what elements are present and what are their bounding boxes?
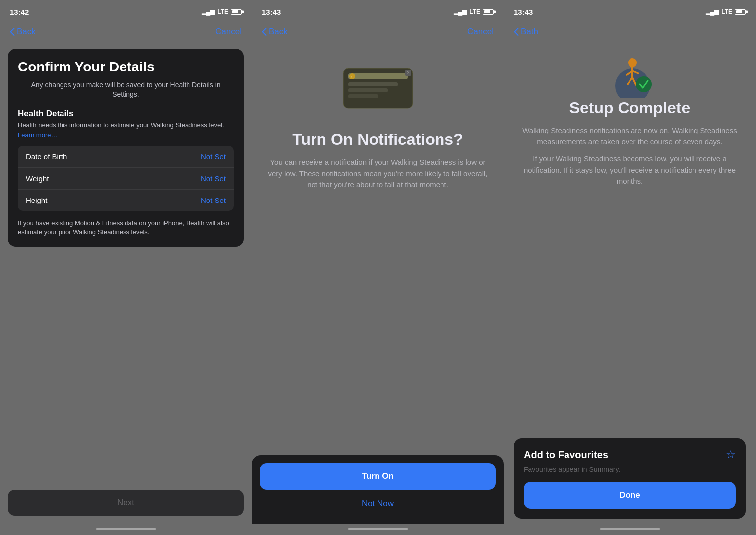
screen2-content: ! × Turn On Notifications? You can recei… xyxy=(252,44,504,455)
nav-bar-1: Back Cancel xyxy=(0,22,252,44)
svg-text:!: ! xyxy=(351,75,352,79)
dob-label: Date of Birth xyxy=(26,152,67,161)
svg-point-16 xyxy=(636,76,652,92)
learn-more-link[interactable]: Learn more… xyxy=(18,132,234,139)
health-details-heading: Health Details xyxy=(18,109,234,119)
home-indicator-3 xyxy=(600,528,660,530)
time-3: 13:43 xyxy=(514,8,533,16)
star-icon[interactable]: ☆ xyxy=(726,448,736,461)
back-button-1[interactable]: Back xyxy=(10,27,36,37)
walking-illustration xyxy=(605,49,655,98)
confirm-subtitle: Any changes you make will be saved to yo… xyxy=(18,80,234,100)
time-2: 13:43 xyxy=(262,8,281,16)
cancel-button-1[interactable]: Cancel xyxy=(215,27,242,37)
back-button-3[interactable]: Bath xyxy=(514,27,538,37)
time-1: 13:42 xyxy=(10,8,29,16)
back-button-2[interactable]: Back xyxy=(262,27,288,37)
battery-icon-3 xyxy=(735,9,746,15)
home-indicator-2 xyxy=(348,528,408,530)
screen-2: 13:43 ▂▄▆ LTE Back Cancel ! × Turn On No… xyxy=(252,0,504,535)
footer-note: If you have existing Motion & Fitness da… xyxy=(18,219,234,237)
turn-on-button[interactable]: Turn On xyxy=(260,463,496,490)
screen1-content: Confirm Your Details Any changes you mak… xyxy=(0,44,252,482)
notification-screen-title: Turn On Notifications? xyxy=(292,130,463,149)
notification-body: You can receive a notification if your W… xyxy=(262,157,494,191)
battery-icon-2 xyxy=(483,9,494,15)
weight-row[interactable]: Weight Not Set xyxy=(18,168,234,190)
status-bar-2: 13:43 ▂▄▆ LTE xyxy=(252,0,504,22)
notification-bottom-actions: Turn On Not Now xyxy=(252,455,504,524)
lte-label-2: LTE xyxy=(469,8,480,15)
status-bar-3: 13:43 ▂▄▆ LTE xyxy=(504,0,756,22)
svg-rect-4 xyxy=(348,94,378,98)
svg-rect-1 xyxy=(348,73,408,79)
dob-value: Not Set xyxy=(201,152,226,161)
health-desc: Health needs this information to estimat… xyxy=(18,121,234,130)
notification-illustration: ! × xyxy=(333,59,423,118)
weight-value: Not Set xyxy=(201,174,226,183)
screen3-content: Setup Complete Walking Steadiness notifi… xyxy=(504,44,756,524)
weight-label: Weight xyxy=(26,174,49,183)
nav-bar-3: Bath xyxy=(504,22,756,44)
svg-text:×: × xyxy=(407,70,410,75)
height-label: Height xyxy=(26,196,47,204)
height-row[interactable]: Height Not Set xyxy=(18,190,234,211)
signal-icon-2: ▂▄▆ xyxy=(454,8,467,15)
home-indicator-1 xyxy=(96,528,156,530)
nav-bar-2: Back Cancel xyxy=(252,22,504,44)
fav-header: Add to Favourites ☆ xyxy=(524,448,736,461)
next-button[interactable]: Next xyxy=(8,490,244,516)
status-icons-2: ▂▄▆ LTE xyxy=(454,8,494,15)
lte-label-1: LTE xyxy=(217,8,228,15)
back-label-2: Back xyxy=(269,27,288,37)
setup-body-1: Walking Steadiness notifications are now… xyxy=(514,125,746,147)
setup-complete-title: Setup Complete xyxy=(569,98,691,117)
dob-row[interactable]: Date of Birth Not Set xyxy=(18,146,234,168)
details-table: Date of Birth Not Set Weight Not Set Hei… xyxy=(18,146,234,211)
fav-title: Add to Favourites xyxy=(524,449,608,461)
add-to-favourites-card: Add to Favourites ☆ Favourites appear in… xyxy=(514,438,746,519)
svg-point-10 xyxy=(628,58,637,67)
fav-subtitle: Favourites appear in Summary. xyxy=(524,466,620,473)
setup-body-2: If your Walking Steadiness becomes low, … xyxy=(514,153,746,187)
confirm-title: Confirm Your Details xyxy=(18,59,234,75)
cancel-button-2[interactable]: Cancel xyxy=(467,27,494,37)
lte-label-3: LTE xyxy=(721,8,732,15)
status-icons-3: ▂▄▆ LTE xyxy=(706,8,746,15)
height-value: Not Set xyxy=(201,196,226,204)
battery-icon-1 xyxy=(231,9,242,15)
done-button[interactable]: Done xyxy=(524,482,736,509)
confirm-card: Confirm Your Details Any changes you mak… xyxy=(8,49,244,247)
back-label-3: Bath xyxy=(521,27,538,37)
svg-rect-2 xyxy=(348,82,398,86)
bottom-next-area: Next xyxy=(0,482,252,524)
status-bar-1: 13:42 ▂▄▆ LTE xyxy=(0,0,252,22)
back-label-1: Back xyxy=(17,27,36,37)
screen-3: 13:43 ▂▄▆ LTE Bath Setup Complete xyxy=(504,0,756,535)
status-icons-1: ▂▄▆ LTE xyxy=(202,8,242,15)
not-now-button[interactable]: Not Now xyxy=(260,492,496,516)
signal-icon-3: ▂▄▆ xyxy=(706,8,719,15)
screen-1: 13:42 ▂▄▆ LTE Back Cancel Confirm Your D… xyxy=(0,0,252,535)
svg-rect-3 xyxy=(348,88,388,92)
signal-icon-1: ▂▄▆ xyxy=(202,8,215,15)
